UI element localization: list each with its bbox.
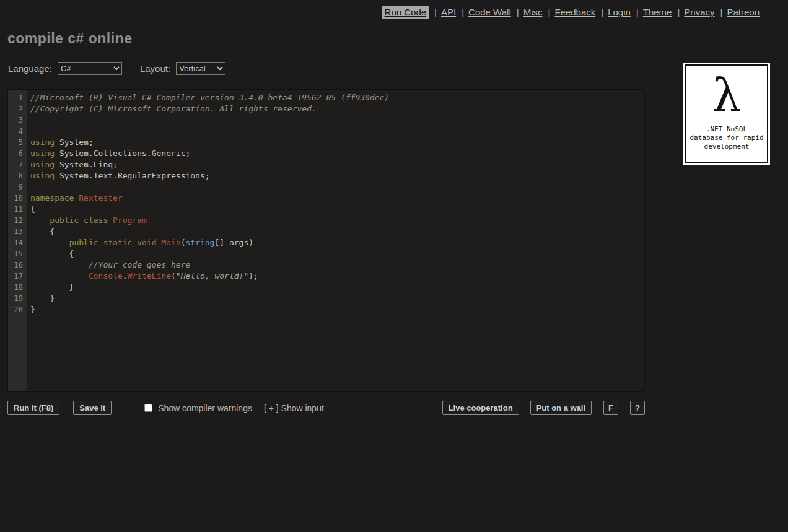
nav-link-login[interactable]: Login (608, 7, 631, 17)
nav-link-privacy[interactable]: Privacy (684, 7, 714, 17)
code-line: //Microsoft (R) Visual C# Compiler versi… (30, 92, 644, 103)
run-button[interactable]: Run it (F8) (7, 401, 59, 415)
controls-row: Language: C# Layout: Vertical (8, 62, 788, 75)
code-token-plain (30, 271, 89, 281)
code-line: using System.Text.RegularExpressions; (30, 170, 644, 181)
code-token-class: WriteLine (128, 271, 171, 281)
code-token-plain: { (30, 204, 35, 214)
code-line: public class Program (30, 215, 644, 226)
code-line: } (30, 282, 644, 293)
code-token-plain: } (30, 305, 35, 314)
line-number: 12 (8, 215, 23, 226)
nav-separator: | (720, 7, 723, 17)
ad-banner[interactable]: λ .NET NoSQL database for rapid developm… (683, 63, 770, 165)
line-number: 4 (8, 126, 23, 137)
line-number: 8 (8, 170, 23, 181)
code-token-class: Rextester (74, 193, 122, 203)
nav-link-theme[interactable]: Theme (643, 7, 672, 17)
code-line: } (30, 293, 644, 304)
code-token-plain: [] args) (214, 238, 253, 247)
bottom-toolbar: Run it (F8) Save it Show compiler warnin… (7, 401, 645, 415)
nav-separator: | (517, 7, 519, 17)
line-number: 3 (8, 115, 23, 126)
code-token-plain: ); (248, 271, 258, 281)
code-token-class: Main (157, 238, 181, 247)
code-token-class: Console (89, 271, 123, 281)
code-token-plain: { (30, 249, 74, 258)
top-nav: Run Code|API|Code Wall|Misc|Feedback|Log… (0, 0, 788, 17)
line-number: 9 (8, 181, 23, 193)
code-token-class: Program (108, 216, 147, 225)
code-line: { (30, 248, 644, 259)
language-select[interactable]: C# (58, 62, 122, 75)
code-line: { (30, 226, 644, 237)
nav-link-feedback[interactable]: Feedback (554, 7, 595, 17)
line-number: 13 (8, 226, 23, 237)
code-line: using System.Linq; (30, 159, 644, 170)
ad-text-line: database for rapid (690, 134, 763, 142)
line-number: 10 (8, 193, 23, 204)
code-line: //Your code goes here (30, 259, 644, 271)
lambda-icon: λ (712, 66, 742, 125)
show-input-toggle[interactable]: [ + ] Show input (264, 403, 324, 413)
nav-separator: | (677, 7, 680, 17)
code-line: //Copyright (C) Microsoft Corporation. A… (30, 103, 644, 115)
put-on-wall-button[interactable]: Put on a wall (530, 401, 592, 415)
save-button[interactable]: Save it (73, 401, 112, 415)
code-token-comment: //Your code goes here (30, 260, 190, 269)
show-warnings-checkbox[interactable] (144, 404, 152, 412)
ad-text-line: development (704, 142, 750, 151)
code-token-comment: //Microsoft (R) Visual C# Compiler versi… (30, 93, 389, 102)
nav-link-code-wall[interactable]: Code Wall (468, 7, 511, 17)
nav-separator: | (462, 7, 464, 17)
show-warnings-label: Show compiler warnings (158, 403, 252, 413)
code-token-plain: } (30, 282, 74, 292)
code-token-comment: //Copyright (C) Microsoft Corporation. A… (30, 104, 317, 113)
line-number: 20 (8, 304, 23, 315)
code-line (30, 115, 644, 126)
fullscreen-button[interactable]: F (603, 401, 618, 415)
code-line: using System.Collections.Generic; (30, 148, 644, 159)
code-line: } (30, 304, 644, 315)
layout-label: Layout: (140, 63, 170, 74)
code-token-keyword: public static void (69, 238, 157, 247)
code-token-keyword: using (30, 171, 55, 180)
code-token-plain: System.Text.RegularExpressions; (55, 171, 209, 180)
code-line: namespace Rextester (30, 193, 644, 204)
code-token-plain: . (123, 271, 128, 281)
language-label: Language: (8, 63, 52, 74)
code-token-plain: System.Collections.Generic; (55, 149, 190, 158)
code-token-plain: } (30, 294, 55, 303)
code-line: public static void Main(string[] args) (30, 237, 644, 248)
code-token-keyword: using (30, 160, 55, 169)
live-cooperation-button[interactable]: Live cooperation (442, 401, 519, 415)
line-number: 7 (8, 159, 23, 170)
line-number: 6 (8, 148, 23, 159)
code-line: using System; (30, 137, 644, 148)
help-button[interactable]: ? (630, 401, 645, 415)
line-number: 16 (8, 259, 23, 271)
nav-link-run-code[interactable]: Run Code (382, 6, 429, 19)
code-token-type: string (185, 238, 214, 247)
ad-text-line: .NET NoSQL (706, 125, 747, 134)
layout-select[interactable]: Vertical (176, 62, 225, 75)
line-number: 17 (8, 271, 23, 282)
nav-link-api[interactable]: API (441, 7, 456, 17)
code-line (30, 181, 644, 193)
code-area[interactable]: //Microsoft (R) Visual C# Compiler versi… (27, 90, 644, 391)
nav-separator: | (636, 7, 639, 17)
code-editor[interactable]: 1234567891011121314151617181920 //Micros… (7, 89, 645, 392)
code-token-plain (30, 216, 50, 225)
nav-separator: | (548, 7, 550, 17)
code-line: { (30, 204, 644, 215)
line-number: 11 (8, 204, 23, 215)
line-number: 2 (8, 103, 23, 115)
code-token-plain: System; (55, 137, 94, 147)
code-token-plain: System.Linq; (55, 160, 118, 169)
line-number: 19 (8, 293, 23, 304)
code-token-plain: ( (171, 271, 176, 281)
nav-link-patreon[interactable]: Patreon (727, 7, 760, 17)
toolbar-right-group: Live cooperation Put on a wall F ? (442, 401, 645, 415)
code-token-keyword: namespace (30, 193, 74, 203)
nav-link-misc[interactable]: Misc (523, 7, 543, 17)
